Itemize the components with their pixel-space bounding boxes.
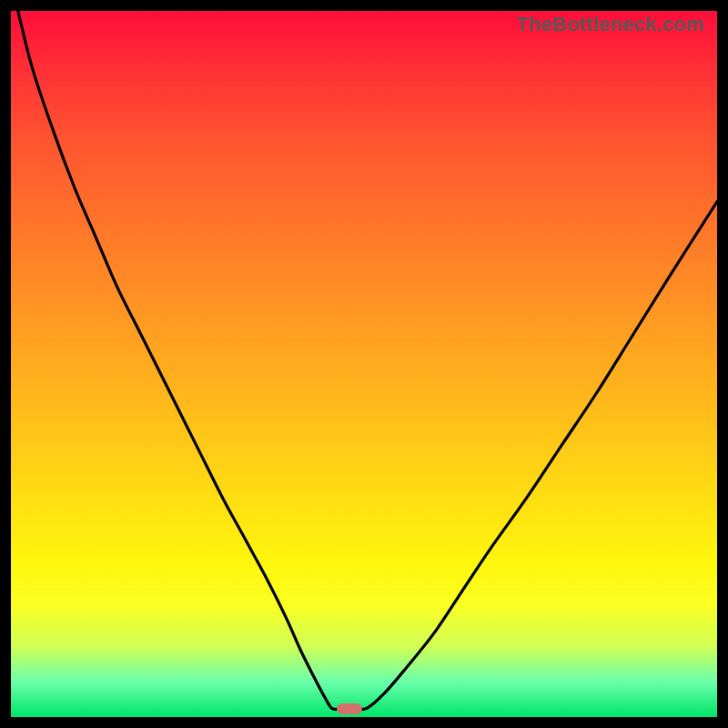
source-credit: TheBottleneck.com [517, 13, 704, 36]
plot-area: TheBottleneck.com [11, 11, 717, 717]
bottleneck-curve [11, 11, 717, 717]
curve-path [18, 11, 717, 710]
minimum-marker [337, 703, 362, 714]
chart-frame: TheBottleneck.com [0, 0, 728, 728]
